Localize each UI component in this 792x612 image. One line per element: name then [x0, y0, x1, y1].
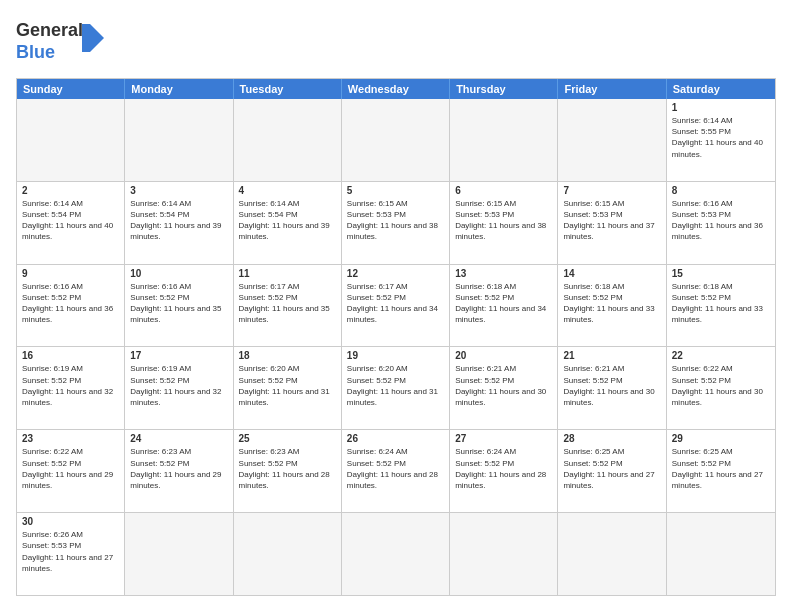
header: GeneralBlue — [16, 16, 776, 68]
day-header-thursday: Thursday — [450, 79, 558, 99]
logo: GeneralBlue — [16, 16, 116, 68]
cell-sun-info: Sunrise: 6:25 AM Sunset: 5:52 PM Dayligh… — [672, 446, 770, 491]
day-number: 11 — [239, 268, 336, 279]
calendar-cell: 20Sunrise: 6:21 AM Sunset: 5:52 PM Dayli… — [450, 347, 558, 429]
calendar-cell — [558, 513, 666, 595]
calendar-cell — [558, 99, 666, 181]
calendar-cell: 30Sunrise: 6:26 AM Sunset: 5:53 PM Dayli… — [17, 513, 125, 595]
calendar-cell — [342, 99, 450, 181]
cell-sun-info: Sunrise: 6:14 AM Sunset: 5:54 PM Dayligh… — [130, 198, 227, 243]
cell-sun-info: Sunrise: 6:20 AM Sunset: 5:52 PM Dayligh… — [347, 363, 444, 408]
cell-sun-info: Sunrise: 6:24 AM Sunset: 5:52 PM Dayligh… — [455, 446, 552, 491]
calendar-cell: 1Sunrise: 6:14 AM Sunset: 5:55 PM Daylig… — [667, 99, 775, 181]
cell-sun-info: Sunrise: 6:16 AM Sunset: 5:52 PM Dayligh… — [22, 281, 119, 326]
cell-sun-info: Sunrise: 6:20 AM Sunset: 5:52 PM Dayligh… — [239, 363, 336, 408]
cell-sun-info: Sunrise: 6:26 AM Sunset: 5:53 PM Dayligh… — [22, 529, 119, 574]
cell-sun-info: Sunrise: 6:19 AM Sunset: 5:52 PM Dayligh… — [130, 363, 227, 408]
calendar-cell: 11Sunrise: 6:17 AM Sunset: 5:52 PM Dayli… — [234, 265, 342, 347]
cell-sun-info: Sunrise: 6:21 AM Sunset: 5:52 PM Dayligh… — [563, 363, 660, 408]
calendar-cell: 9Sunrise: 6:16 AM Sunset: 5:52 PM Daylig… — [17, 265, 125, 347]
calendar: SundayMondayTuesdayWednesdayThursdayFrid… — [16, 78, 776, 596]
calendar-cell — [125, 513, 233, 595]
calendar-cell — [234, 99, 342, 181]
day-header-wednesday: Wednesday — [342, 79, 450, 99]
calendar-row-3: 16Sunrise: 6:19 AM Sunset: 5:52 PM Dayli… — [17, 347, 775, 430]
calendar-cell: 22Sunrise: 6:22 AM Sunset: 5:52 PM Dayli… — [667, 347, 775, 429]
cell-sun-info: Sunrise: 6:21 AM Sunset: 5:52 PM Dayligh… — [455, 363, 552, 408]
cell-sun-info: Sunrise: 6:18 AM Sunset: 5:52 PM Dayligh… — [455, 281, 552, 326]
calendar-cell: 18Sunrise: 6:20 AM Sunset: 5:52 PM Dayli… — [234, 347, 342, 429]
day-number: 9 — [22, 268, 119, 279]
day-number: 28 — [563, 433, 660, 444]
calendar-cell — [450, 99, 558, 181]
calendar-cell: 3Sunrise: 6:14 AM Sunset: 5:54 PM Daylig… — [125, 182, 233, 264]
calendar-cell — [234, 513, 342, 595]
day-header-saturday: Saturday — [667, 79, 775, 99]
calendar-cell: 13Sunrise: 6:18 AM Sunset: 5:52 PM Dayli… — [450, 265, 558, 347]
day-header-tuesday: Tuesday — [234, 79, 342, 99]
calendar-cell: 15Sunrise: 6:18 AM Sunset: 5:52 PM Dayli… — [667, 265, 775, 347]
cell-sun-info: Sunrise: 6:22 AM Sunset: 5:52 PM Dayligh… — [22, 446, 119, 491]
calendar-cell: 29Sunrise: 6:25 AM Sunset: 5:52 PM Dayli… — [667, 430, 775, 512]
svg-marker-3 — [90, 24, 104, 52]
calendar-row-0: 1Sunrise: 6:14 AM Sunset: 5:55 PM Daylig… — [17, 99, 775, 182]
calendar-cell: 21Sunrise: 6:21 AM Sunset: 5:52 PM Dayli… — [558, 347, 666, 429]
calendar-cell: 16Sunrise: 6:19 AM Sunset: 5:52 PM Dayli… — [17, 347, 125, 429]
day-number: 24 — [130, 433, 227, 444]
calendar-cell — [667, 513, 775, 595]
calendar-cell: 7Sunrise: 6:15 AM Sunset: 5:53 PM Daylig… — [558, 182, 666, 264]
cell-sun-info: Sunrise: 6:23 AM Sunset: 5:52 PM Dayligh… — [239, 446, 336, 491]
calendar-cell — [125, 99, 233, 181]
day-number: 8 — [672, 185, 770, 196]
calendar-body: 1Sunrise: 6:14 AM Sunset: 5:55 PM Daylig… — [17, 99, 775, 595]
cell-sun-info: Sunrise: 6:25 AM Sunset: 5:52 PM Dayligh… — [563, 446, 660, 491]
calendar-row-2: 9Sunrise: 6:16 AM Sunset: 5:52 PM Daylig… — [17, 265, 775, 348]
calendar-cell: 25Sunrise: 6:23 AM Sunset: 5:52 PM Dayli… — [234, 430, 342, 512]
calendar-cell: 12Sunrise: 6:17 AM Sunset: 5:52 PM Dayli… — [342, 265, 450, 347]
day-number: 25 — [239, 433, 336, 444]
day-number: 29 — [672, 433, 770, 444]
day-number: 20 — [455, 350, 552, 361]
day-number: 18 — [239, 350, 336, 361]
day-number: 17 — [130, 350, 227, 361]
day-number: 23 — [22, 433, 119, 444]
calendar-row-1: 2Sunrise: 6:14 AM Sunset: 5:54 PM Daylig… — [17, 182, 775, 265]
cell-sun-info: Sunrise: 6:19 AM Sunset: 5:52 PM Dayligh… — [22, 363, 119, 408]
day-number: 14 — [563, 268, 660, 279]
day-number: 22 — [672, 350, 770, 361]
cell-sun-info: Sunrise: 6:23 AM Sunset: 5:52 PM Dayligh… — [130, 446, 227, 491]
calendar-cell: 28Sunrise: 6:25 AM Sunset: 5:52 PM Dayli… — [558, 430, 666, 512]
day-number: 30 — [22, 516, 119, 527]
calendar-cell: 10Sunrise: 6:16 AM Sunset: 5:52 PM Dayli… — [125, 265, 233, 347]
cell-sun-info: Sunrise: 6:16 AM Sunset: 5:52 PM Dayligh… — [130, 281, 227, 326]
cell-sun-info: Sunrise: 6:15 AM Sunset: 5:53 PM Dayligh… — [455, 198, 552, 243]
calendar-cell: 19Sunrise: 6:20 AM Sunset: 5:52 PM Dayli… — [342, 347, 450, 429]
logo-svg: GeneralBlue — [16, 16, 116, 68]
day-number: 19 — [347, 350, 444, 361]
cell-sun-info: Sunrise: 6:16 AM Sunset: 5:53 PM Dayligh… — [672, 198, 770, 243]
day-number: 15 — [672, 268, 770, 279]
calendar-cell: 27Sunrise: 6:24 AM Sunset: 5:52 PM Dayli… — [450, 430, 558, 512]
calendar-cell: 8Sunrise: 6:16 AM Sunset: 5:53 PM Daylig… — [667, 182, 775, 264]
day-header-monday: Monday — [125, 79, 233, 99]
calendar-cell: 4Sunrise: 6:14 AM Sunset: 5:54 PM Daylig… — [234, 182, 342, 264]
cell-sun-info: Sunrise: 6:15 AM Sunset: 5:53 PM Dayligh… — [563, 198, 660, 243]
day-number: 1 — [672, 102, 770, 113]
calendar-cell: 14Sunrise: 6:18 AM Sunset: 5:52 PM Dayli… — [558, 265, 666, 347]
calendar-cell: 23Sunrise: 6:22 AM Sunset: 5:52 PM Dayli… — [17, 430, 125, 512]
day-number: 10 — [130, 268, 227, 279]
page: GeneralBlue SundayMondayTuesdayWednesday… — [0, 0, 792, 612]
day-number: 13 — [455, 268, 552, 279]
calendar-cell: 5Sunrise: 6:15 AM Sunset: 5:53 PM Daylig… — [342, 182, 450, 264]
calendar-cell: 2Sunrise: 6:14 AM Sunset: 5:54 PM Daylig… — [17, 182, 125, 264]
calendar-cell: 17Sunrise: 6:19 AM Sunset: 5:52 PM Dayli… — [125, 347, 233, 429]
day-number: 27 — [455, 433, 552, 444]
day-number: 3 — [130, 185, 227, 196]
cell-sun-info: Sunrise: 6:18 AM Sunset: 5:52 PM Dayligh… — [672, 281, 770, 326]
calendar-header: SundayMondayTuesdayWednesdayThursdayFrid… — [17, 79, 775, 99]
cell-sun-info: Sunrise: 6:17 AM Sunset: 5:52 PM Dayligh… — [347, 281, 444, 326]
cell-sun-info: Sunrise: 6:14 AM Sunset: 5:54 PM Dayligh… — [239, 198, 336, 243]
calendar-cell — [17, 99, 125, 181]
day-number: 16 — [22, 350, 119, 361]
cell-sun-info: Sunrise: 6:17 AM Sunset: 5:52 PM Dayligh… — [239, 281, 336, 326]
